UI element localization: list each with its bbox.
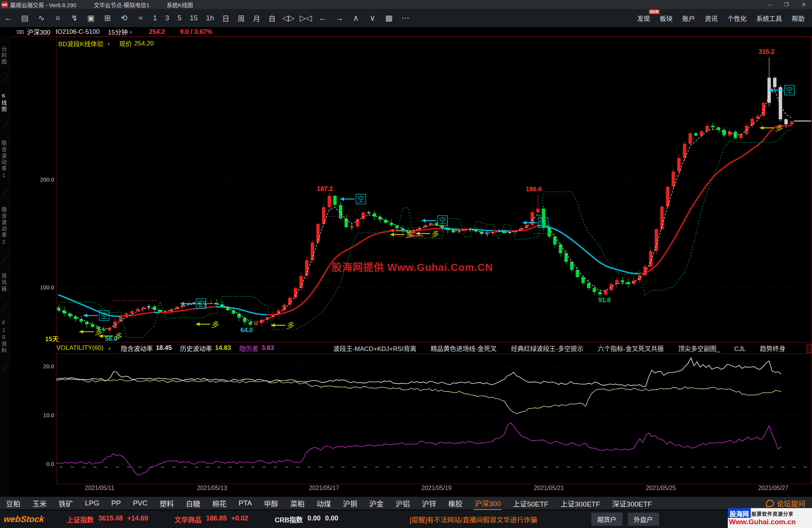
candlestick-icon[interactable]: ⌗ <box>52 14 64 23</box>
product-tab-菜粕[interactable]: 菜粕 <box>289 497 305 510</box>
indicator-close-button[interactable] <box>807 344 812 353</box>
product-tab-甲醇[interactable]: 甲醇 <box>263 497 279 510</box>
period-button-自[interactable]: 自 <box>268 13 276 23</box>
account-button-期货户[interactable]: 期货户 <box>591 513 623 526</box>
arrow-right-icon[interactable]: → <box>334 14 345 23</box>
menu-资讯[interactable]: 资讯 <box>705 14 718 23</box>
period-button-周[interactable]: 周 <box>238 13 245 23</box>
period-button-1h[interactable]: 1h <box>206 14 214 22</box>
sidebar-tab-F10资料[interactable]: F10资料 <box>0 310 10 364</box>
chevron-down-icon[interactable]: ∨ <box>129 30 132 35</box>
date-tick-label: 2021/05/19 <box>421 485 451 492</box>
product-tab-白糖[interactable]: 白糖 <box>185 497 201 510</box>
period-selector[interactable]: 15分钟 <box>108 27 128 36</box>
price-point-label: 315.2 <box>759 48 775 56</box>
index-quote-上证指数: 上证指数3615.48+14.69 <box>67 514 148 524</box>
chevron-down-icon[interactable]: ∨ <box>108 346 111 351</box>
indicator-header: VOLATILITY(60)∨隐含波动率18.45历史波动率14.83隐历差3.… <box>56 343 812 353</box>
menu-板块[interactable]: 板块 <box>660 14 673 23</box>
period-button-3[interactable]: 3 <box>165 14 170 22</box>
sidebar-separator <box>2 188 8 198</box>
product-tab-PTA[interactable]: PTA <box>238 498 253 508</box>
new-badge: NEW <box>649 9 660 14</box>
product-tab-深证300ETF[interactable]: 深证300ETF <box>612 497 653 510</box>
sidebar-tab-隐含波动率1[interactable]: 隐含波动率1 <box>0 130 10 189</box>
link-icon[interactable]: ⧉⧉ <box>17 29 23 35</box>
study-name[interactable]: BD波段K线体验 <box>58 39 103 48</box>
prev-contract-icon[interactable]: ◁▷ <box>282 14 294 23</box>
product-tab-橡胶[interactable]: 橡胶 <box>447 497 463 510</box>
product-tab-铁矿[interactable]: 铁矿 <box>58 497 74 510</box>
y-axis-label: 20.0 <box>33 363 54 369</box>
save-icon[interactable]: ⊞ <box>102 14 113 23</box>
study-link-CJL[interactable]: CJL <box>734 345 745 353</box>
period-button-日[interactable]: 日 <box>222 13 229 23</box>
study-link-经典红绿波段王-多空提示[interactable]: 经典红绿波段王-多空提示 <box>511 345 583 353</box>
sidebar-tab-资讯链[interactable]: 资讯链 <box>0 263 10 302</box>
sidebar-tab-隐含波动率2[interactable]: 隐含波动率2 <box>0 197 10 256</box>
contract-code[interactable]: IO2106-C-5100 <box>56 28 100 36</box>
period-button-月[interactable]: 月 <box>253 13 260 23</box>
app-logo-icon: wh <box>2 2 8 8</box>
index-quote-part: 0.00 <box>325 514 338 524</box>
next-contract-icon[interactable]: ▷◁ <box>300 14 312 23</box>
sidebar-tab-分时图[interactable]: 分时图 <box>0 36 10 75</box>
trend-icon[interactable]: ≈ <box>135 14 146 23</box>
product-tab-玉米[interactable]: 玉米 <box>32 497 47 510</box>
period-button-15[interactable]: 15 <box>190 14 198 22</box>
refresh-icon[interactable]: ⟲ <box>118 14 130 23</box>
product-tab-棉花[interactable]: 棉花 <box>212 497 227 510</box>
study-link-波段王-MACD+KDJ+RSI背离[interactable]: 波段王-MACD+KDJ+RSI背离 <box>333 345 417 353</box>
account-button-外盘户[interactable]: 外盘户 <box>628 513 659 526</box>
menu-帮助[interactable]: 帮助 <box>792 14 804 23</box>
date-tick-label: 2021/05/13 <box>197 485 227 492</box>
arrow-left-icon[interactable]: ← <box>317 14 329 23</box>
menu-发现[interactable]: 发现NEW <box>637 14 650 23</box>
guhai-watermark: 股海网 股票软件资源分享 Www.Guhai.com.cn <box>728 508 812 528</box>
menu-系统工具[interactable]: 系统工具 <box>756 14 782 23</box>
line-chart-icon[interactable]: ∿ <box>36 14 47 23</box>
zoom-in-icon[interactable]: ∧ <box>350 14 362 23</box>
minimize-button[interactable]: – <box>768 2 771 8</box>
back-icon[interactable]: ← <box>3 14 14 23</box>
chevron-down-icon[interactable]: ∨ <box>107 41 110 46</box>
close-button[interactable]: ✕ <box>801 2 806 8</box>
product-tab-沪深300[interactable]: 沪深300 <box>474 497 501 510</box>
product-tab-PVC[interactable]: PVC <box>132 498 148 508</box>
product-tab-塑料[interactable]: 塑料 <box>159 497 175 510</box>
symbol-name[interactable]: 沪深300 <box>27 27 50 36</box>
zoom-out-icon[interactable]: ∨ <box>367 14 378 23</box>
product-tab-上证300ETF[interactable]: 上证300ETF <box>560 497 601 510</box>
view-mode-menu[interactable]: 系统K线图 <box>167 1 193 9</box>
product-tab-沪铝[interactable]: 沪铝 <box>395 497 411 510</box>
product-tab-上证50ETF[interactable]: 上证50ETF <box>512 497 549 510</box>
study-link-顶尖多空副图_[interactable]: 顶尖多空副图_ <box>678 345 720 353</box>
quote-list-icon[interactable]: ▤ <box>19 14 30 23</box>
product-tab-沪锌[interactable]: 沪锌 <box>421 497 437 510</box>
study-link-趋势终身[interactable]: 趋势终身 <box>760 345 785 353</box>
product-tab-PP[interactable]: PP <box>111 498 121 508</box>
product-tab-沪金[interactable]: 沪金 <box>368 497 384 510</box>
more-icon[interactable]: ⋯ <box>400 14 411 23</box>
sidebar-separator <box>2 122 8 131</box>
period-button-5[interactable]: 5 <box>177 14 182 22</box>
maximize-button[interactable]: ❐ <box>784 2 789 8</box>
flash-order-icon[interactable]: ↯ <box>69 14 80 23</box>
product-tab-沪铜[interactable]: 沪铜 <box>342 497 358 510</box>
chart-box-icon[interactable]: ▣ <box>85 14 97 23</box>
index-quote-文华商品: 文华商品186.85+0.02 <box>174 514 248 524</box>
menu-个性化[interactable]: 个性化 <box>727 14 747 23</box>
menu-账户[interactable]: 账户 <box>682 14 695 23</box>
study-link-精品黄色进场线-金死叉[interactable]: 精品黄色进场线-金死叉 <box>431 345 497 353</box>
forum-ask-link[interactable]: 论坛提问 <box>766 498 805 508</box>
study-link-六个指标-金叉死叉共振[interactable]: 六个指标-金叉死叉共振 <box>598 345 664 353</box>
period-button-1[interactable]: 1 <box>153 14 157 22</box>
sidebar-tab-K线图[interactable]: K线图 <box>0 83 10 123</box>
product-tab-豆粕[interactable]: 豆粕 <box>5 497 21 510</box>
product-tab-LPG[interactable]: LPG <box>84 498 100 508</box>
main-toolbar: ←▤∿⌗↯▣⊞⟲≈135151h日周月自◁▷▷◁←→∧∨▦⋯发现NEW板块账户资… <box>0 9 812 27</box>
grid-icon[interactable]: ▦ <box>383 14 395 23</box>
server-node-menu[interactable]: 文华云节点-模拟电信1 <box>94 1 149 9</box>
product-tab-动煤[interactable]: 动煤 <box>316 497 332 510</box>
indicator-name[interactable]: VOLATILITY(60) <box>56 344 103 352</box>
